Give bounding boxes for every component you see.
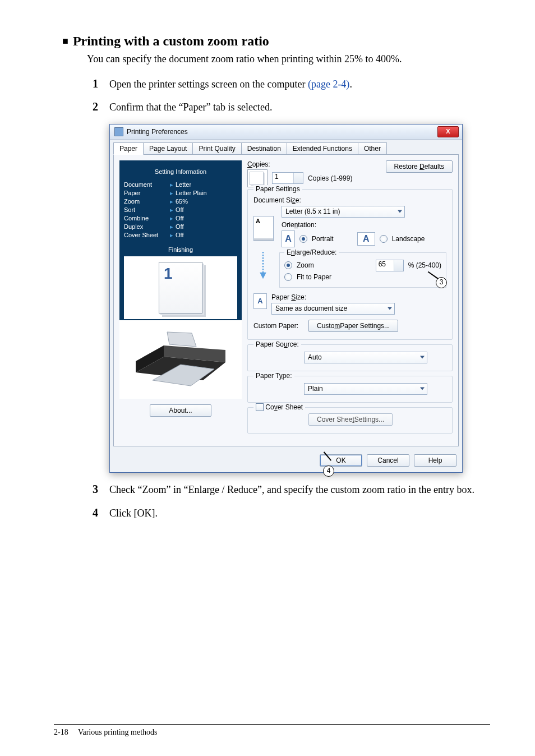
info-val: Letter	[176, 181, 191, 188]
setting-information-title: Setting Information	[124, 165, 237, 181]
landscape-preview-icon: A	[357, 232, 375, 246]
enlarge-reduce-label: Enlarge/Reduce:Enlarge/Reduce:	[284, 248, 339, 256]
info-val: Off	[176, 206, 183, 214]
step-3: 3 Check “Zoom” in “Enlarge / Reduce”, an…	[93, 483, 490, 497]
about-button[interactable]: About...	[150, 404, 211, 417]
info-val: Off	[176, 223, 183, 231]
step-text: Open the printer settings screen on the …	[109, 77, 352, 91]
finishing-title: Finishing	[124, 239, 237, 255]
tab-destination[interactable]: Destination	[241, 142, 287, 155]
triangle-icon: ▸	[170, 198, 173, 205]
dialog-footer: OK Cancel Help 4	[110, 450, 462, 472]
help-button[interactable]: Help	[414, 454, 456, 467]
triangle-icon: ▸	[170, 181, 173, 188]
copies-range: Copies (1-999)	[308, 174, 352, 182]
orientation-label: Orientation:Orientation:	[282, 221, 316, 229]
zoom-label: Zoom	[297, 261, 314, 269]
step-text: Check “Zoom” in “Enlarge / Reduce”, and …	[109, 483, 474, 497]
triangle-icon: ▸	[170, 215, 173, 222]
sheet-stack-icon: 1	[159, 262, 202, 314]
printer-preview	[119, 320, 242, 399]
combo-value: Letter (8.5 x 11 in)	[285, 208, 340, 215]
paper-size-label: Paper Size:Paper Size:	[271, 293, 306, 301]
enlarge-reduce-group: Enlarge/Reduce:Enlarge/Reduce: Zoom 65	[279, 252, 446, 288]
paper-source-combo[interactable]: Auto	[304, 352, 427, 363]
document-icon: A	[253, 216, 274, 238]
window-title: Printing Preferences	[127, 128, 188, 136]
info-key: Combine	[124, 215, 170, 222]
printer-icon	[130, 329, 231, 390]
portrait-preview-icon: A	[282, 231, 295, 247]
svg-marker-6	[260, 272, 266, 279]
info-key: Sort	[124, 206, 170, 214]
zoom-range: % (25-400)	[408, 261, 441, 269]
cover-sheet-label: Cover SheetCover Sheet	[265, 403, 303, 411]
landscape-label: Landscape	[392, 235, 425, 243]
paper-settings-group: Paper Settings Document Size:Document Si…	[247, 189, 453, 340]
document-size-label: Document Size:Document Size:	[253, 196, 301, 204]
step-number: 4	[93, 506, 109, 519]
tab-print-quality[interactable]: Print Quality	[192, 142, 241, 155]
page-ref-link[interactable]: (page 2-4)	[308, 79, 349, 90]
close-button[interactable]: X	[437, 126, 459, 137]
info-key: Zoom	[124, 198, 170, 205]
step-number: 3	[93, 483, 109, 496]
info-val: 65%	[176, 198, 188, 205]
restore-defaults-button[interactable]: Restore DefaultsRestore Defaults	[386, 160, 453, 173]
callout-3: 3	[436, 277, 447, 288]
setting-information-panel: Setting Information Document▸Letter Pape…	[119, 160, 242, 320]
printer-icon	[114, 127, 123, 136]
bullet-square-icon: ■	[62, 35, 68, 47]
copies-spinner[interactable]: 1	[272, 172, 303, 184]
paper-size-preview-icon: A	[253, 293, 267, 309]
printing-preferences-dialog: Printing Preferences X Paper Page Layout…	[109, 124, 463, 473]
step-text: Confirm that the “Paper” tab is selected…	[109, 100, 272, 114]
titlebar: Printing Preferences X	[110, 125, 462, 140]
paper-type-label: Paper Type:Paper Type:	[253, 372, 294, 380]
custom-paper-settings-button[interactable]: Custom Paper Settings...Custom Paper Set…	[308, 320, 398, 332]
info-key: Paper	[124, 190, 170, 197]
sheet-number: 1	[164, 265, 173, 283]
copies-label: CCopies:opies:	[247, 160, 270, 168]
paper-type-group: Paper Type:Paper Type: Plain	[247, 376, 453, 403]
cover-sheet-checkbox[interactable]	[256, 403, 264, 411]
cover-sheet-settings-button[interactable]: Cover Sheet Settings...Cover Sheet Setti…	[308, 413, 393, 426]
landscape-radio[interactable]	[380, 235, 388, 243]
combo-value: Plain	[308, 385, 323, 393]
step-4: 4 Click [OK].	[93, 506, 490, 520]
tab-page-layout[interactable]: Page Layout	[143, 142, 193, 155]
zoom-radio[interactable]	[284, 261, 292, 269]
combo-value: Auto	[308, 353, 322, 361]
tab-extended-functions[interactable]: Extended Functions	[287, 142, 358, 155]
tab-other[interactable]: Other	[358, 142, 387, 155]
step-1: 1 Open the printer settings screen on th…	[93, 77, 490, 91]
copies-value: 1	[275, 173, 279, 181]
footer-title: Various printing methods	[78, 728, 158, 736]
svg-marker-3	[167, 332, 196, 347]
triangle-icon: ▸	[170, 223, 173, 231]
paper-settings-legend: Paper Settings	[253, 185, 302, 193]
fit-to-paper-radio[interactable]	[284, 273, 292, 281]
step-number: 1	[93, 77, 109, 90]
intro-text: You can specify the document zoom ratio …	[87, 52, 490, 66]
page-number: 2-18	[54, 728, 68, 736]
zoom-spinner[interactable]: 65	[376, 260, 404, 271]
paper-type-combo[interactable]: Plain	[304, 383, 427, 395]
finishing-preview: 1	[124, 256, 237, 319]
tabstrip: Paper Page Layout Print Quality Destinat…	[110, 140, 462, 154]
tab-paper[interactable]: Paper	[113, 142, 144, 155]
cover-sheet-group: Cover SheetCover Sheet Cover Sheet Setti…	[247, 407, 453, 434]
custom-paper-label: Custom Paper:	[253, 322, 304, 330]
paper-source-group: Paper Source:Paper Source: Auto	[247, 344, 453, 371]
arrow-down-icon	[258, 252, 268, 280]
triangle-icon: ▸	[170, 190, 173, 197]
document-size-combo[interactable]: Letter (8.5 x 11 in)	[282, 206, 405, 218]
ok-button[interactable]: OK	[320, 454, 362, 467]
info-key: Document	[124, 181, 170, 188]
paper-size-combo[interactable]: Same as document size	[271, 303, 395, 315]
info-key: Duplex	[124, 223, 170, 231]
triangle-icon: ▸	[170, 206, 173, 214]
callout-4: 4	[323, 465, 334, 477]
portrait-radio[interactable]	[299, 235, 307, 243]
cancel-button[interactable]: Cancel	[367, 454, 409, 467]
